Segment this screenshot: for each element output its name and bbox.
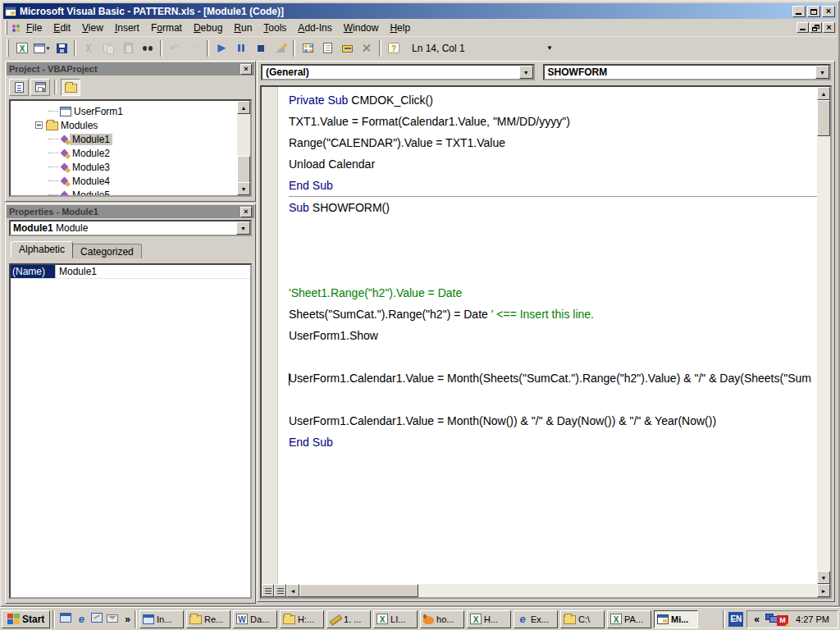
find-button[interactable] bbox=[138, 39, 158, 57]
taskbar-button[interactable]: ho... bbox=[420, 610, 464, 628]
tray-collapse-chevron[interactable]: « bbox=[752, 614, 761, 625]
expander-minus-icon[interactable] bbox=[35, 121, 43, 129]
code-line[interactable] bbox=[289, 346, 817, 368]
view-code-button[interactable] bbox=[9, 79, 29, 96]
close-button[interactable]: × bbox=[822, 6, 835, 17]
taskbar-button[interactable]: H... bbox=[467, 610, 511, 628]
menu-help[interactable]: Help bbox=[384, 20, 416, 36]
code-line[interactable]: TXT1.Value = Format(Calendar1.Value, "MM… bbox=[289, 111, 817, 132]
chevron-down-icon[interactable]: ▼ bbox=[46, 46, 51, 51]
menu-tools[interactable]: Tools bbox=[258, 20, 292, 36]
taskbar-button[interactable]: PA... bbox=[607, 610, 651, 628]
scroll-up-icon[interactable]: ▲ bbox=[237, 101, 250, 114]
code-text-area[interactable]: Private Sub CMDOK_Click()TXT1.Value = Fo… bbox=[279, 87, 817, 584]
properties-grid[interactable]: (Name)Module1 bbox=[9, 263, 252, 599]
menu-run[interactable]: Run bbox=[228, 20, 258, 36]
chevron-down-icon[interactable]: ▼ bbox=[815, 66, 829, 79]
taskbar-button[interactable]: In... bbox=[139, 610, 184, 628]
mcafee-tray-icon[interactable] bbox=[777, 614, 788, 625]
launch-show-desktop-icon[interactable] bbox=[91, 613, 103, 625]
menu-grip[interactable] bbox=[5, 21, 7, 34]
object-browser-button[interactable] bbox=[337, 39, 357, 57]
tree-item-module4[interactable]: Module4 bbox=[11, 174, 237, 188]
start-button[interactable]: Start bbox=[2, 610, 50, 628]
document-minimize-button[interactable] bbox=[797, 22, 809, 33]
network-tray-icon[interactable] bbox=[765, 614, 777, 625]
title-bar[interactable]: Microsoft Visual Basic - PATTERN.xls - [… bbox=[3, 3, 837, 19]
help-button[interactable] bbox=[384, 39, 404, 57]
property-name-cell[interactable]: (Name) bbox=[11, 265, 55, 278]
code-line[interactable] bbox=[289, 261, 817, 282]
taskbar-button[interactable]: Re... bbox=[186, 610, 231, 628]
properties-panel-close-button[interactable]: × bbox=[240, 207, 252, 217]
code-line[interactable]: Range("CALENDAR").Value = TXT1.Value bbox=[289, 132, 817, 153]
minimize-button[interactable] bbox=[792, 6, 806, 17]
view-microsoft-excel-button[interactable] bbox=[12, 39, 32, 57]
code-line[interactable] bbox=[289, 389, 817, 410]
scroll-down-icon[interactable]: ▼ bbox=[817, 571, 830, 584]
tree-item-module2[interactable]: Module2 bbox=[11, 146, 237, 160]
menu-format[interactable]: Format bbox=[145, 20, 188, 36]
taskbar-button[interactable]: C:\ bbox=[560, 610, 605, 628]
run-button[interactable] bbox=[212, 39, 231, 57]
save-button[interactable] bbox=[52, 39, 71, 57]
properties-panel-caption[interactable]: Properties - Module1 × bbox=[7, 205, 254, 218]
design-mode-button[interactable] bbox=[271, 39, 290, 57]
code-line[interactable]: Sub SHOWFORM() bbox=[289, 197, 817, 218]
scrollbar-thumb[interactable] bbox=[237, 156, 250, 184]
scrollbar-track[interactable] bbox=[418, 584, 817, 597]
properties-window-button[interactable] bbox=[317, 39, 337, 57]
menu-file[interactable]: File bbox=[21, 20, 48, 36]
menu-addins[interactable]: Add-Ins bbox=[292, 20, 337, 36]
tree-item-module3[interactable]: Module3 bbox=[11, 160, 237, 174]
tab-alphabetic[interactable]: Alphabetic bbox=[11, 241, 73, 258]
code-line[interactable] bbox=[289, 218, 817, 240]
tab-categorized[interactable]: Categorized bbox=[72, 244, 142, 258]
view-object-button[interactable] bbox=[30, 79, 50, 96]
object-dropdown[interactable]: (General) ▼ bbox=[261, 64, 535, 80]
reset-button[interactable] bbox=[251, 39, 271, 57]
code-line[interactable]: UserForm1.Show bbox=[289, 325, 817, 346]
copy-button[interactable] bbox=[98, 39, 118, 57]
break-button[interactable] bbox=[231, 39, 251, 57]
toolbar-grip[interactable] bbox=[7, 39, 9, 57]
toggle-folders-button[interactable] bbox=[61, 79, 80, 96]
procedure-view-button[interactable] bbox=[262, 584, 274, 597]
code-line[interactable]: 'Sheet1.Range("h2").Value = Date bbox=[289, 282, 817, 304]
code-line[interactable]: End Sub bbox=[289, 175, 817, 197]
property-value-cell[interactable]: Module1 bbox=[55, 265, 250, 278]
scrollbar-thumb[interactable] bbox=[299, 584, 418, 597]
taskbar-button[interactable]: 1. ... bbox=[326, 610, 371, 628]
menu-debug[interactable]: Debug bbox=[188, 20, 228, 36]
code-line[interactable]: UserForm1.Calendar1.Value = Month(Sheets… bbox=[289, 368, 817, 389]
document-close-button[interactable]: × bbox=[823, 22, 835, 33]
project-tree[interactable]: UserForm1ModulesModule1Module2Module3Mod… bbox=[9, 99, 252, 197]
tree-item-userform1[interactable]: UserForm1 bbox=[11, 104, 237, 118]
chevron-down-icon[interactable]: ▼ bbox=[519, 66, 533, 79]
project-panel-caption[interactable]: Project - VBAProject × bbox=[7, 62, 254, 75]
chevron-down-icon[interactable]: ▼ bbox=[236, 221, 250, 235]
scrollbar-thumb[interactable] bbox=[817, 100, 830, 136]
code-line[interactable]: Unload Calendar bbox=[289, 153, 817, 175]
menu-window[interactable]: Window bbox=[338, 20, 385, 36]
taskbar-button[interactable]: Da... bbox=[233, 610, 277, 628]
tree-item-modules[interactable]: Modules bbox=[11, 118, 237, 132]
cut-button[interactable] bbox=[79, 39, 98, 57]
code-line[interactable]: Private Sub CMDOK_Click() bbox=[289, 89, 817, 111]
project-panel-close-button[interactable]: × bbox=[240, 64, 252, 75]
undo-button[interactable] bbox=[165, 39, 185, 57]
menu-edit[interactable]: Edit bbox=[48, 20, 76, 36]
menu-view[interactable]: View bbox=[76, 20, 109, 36]
scroll-down-icon[interactable]: ▼ bbox=[237, 182, 250, 195]
procedure-dropdown[interactable]: SHOWFORM ▼ bbox=[543, 64, 831, 80]
code-vertical-scrollbar[interactable]: ▲ ▼ bbox=[817, 87, 830, 584]
redo-button[interactable] bbox=[185, 39, 204, 57]
launch-internet-explorer-icon[interactable] bbox=[75, 614, 87, 625]
code-line[interactable]: UserForm1.Calendar1.Value = Month(Now())… bbox=[289, 410, 817, 431]
code-line[interactable] bbox=[289, 240, 817, 261]
insert-userform-button[interactable]: ▼ bbox=[32, 39, 52, 57]
scroll-up-icon[interactable]: ▲ bbox=[817, 87, 830, 100]
quick-launch-overflow-chevron[interactable]: » bbox=[123, 614, 132, 625]
scroll-right-icon[interactable]: ► bbox=[817, 584, 830, 597]
paste-button[interactable] bbox=[118, 39, 138, 57]
